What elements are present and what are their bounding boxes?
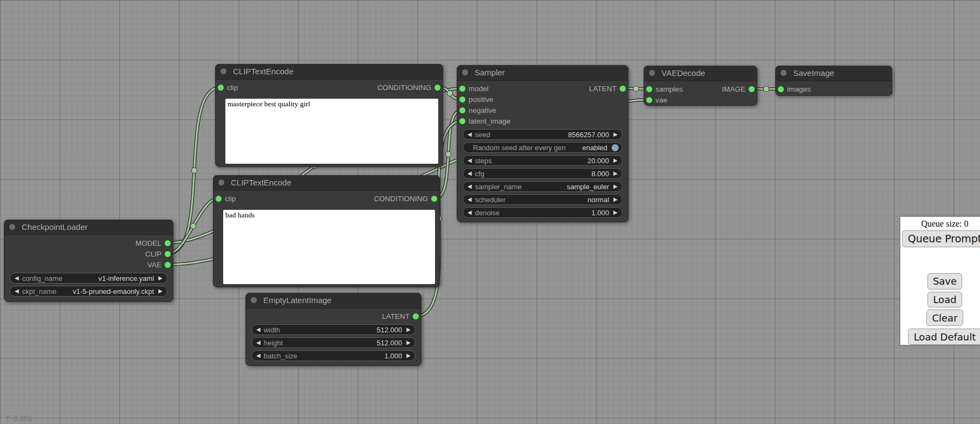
increment-arrow-icon[interactable]: ▶ (406, 324, 411, 335)
output-slot-conditioning: CONDITIONING (329, 82, 443, 93)
output-port-icon[interactable] (620, 86, 626, 92)
collapse-dot-icon[interactable] (220, 68, 226, 74)
node-checkpoint-loader[interactable]: CheckpointLoaderMODELCLIPVAE◀config_name… (4, 220, 173, 302)
node-titlebar[interactable]: SaveImage (775, 66, 892, 81)
toggle-indicator-icon[interactable] (612, 144, 619, 151)
link-midpoint-dot[interactable] (763, 86, 769, 92)
prompt-textarea[interactable]: bad hands (223, 210, 435, 284)
load-button[interactable]: Load (927, 292, 962, 308)
output-slot-label: MODEL (135, 239, 161, 247)
increment-arrow-icon[interactable]: ▶ (158, 286, 163, 297)
widget-value: 512.000 (377, 339, 402, 347)
decrement-arrow-icon[interactable]: ◀ (15, 286, 19, 297)
link-midpoint-dot[interactable] (633, 86, 639, 91)
increment-arrow-icon[interactable]: ▶ (613, 194, 618, 205)
number-widget-denoise[interactable]: ◀denoise1.000▶ (463, 207, 622, 218)
decrement-arrow-icon[interactable]: ◀ (468, 168, 472, 179)
toggle-widget-random-seed-after-every-gen[interactable]: Random seed after every genenabled (463, 142, 622, 153)
increment-arrow-icon[interactable]: ▶ (613, 155, 618, 166)
widget-label: cfg (475, 170, 484, 178)
link-midpoint-dot[interactable] (445, 151, 451, 157)
increment-arrow-icon[interactable]: ▶ (613, 168, 618, 179)
clear-button[interactable]: Clear (926, 310, 963, 326)
decrement-arrow-icon[interactable]: ◀ (256, 324, 261, 335)
node-titlebar[interactable]: CLIPTextEncode (215, 64, 443, 80)
load-default-button[interactable]: Load Default (908, 329, 980, 345)
node-save-image[interactable]: SaveImageimages (775, 66, 892, 96)
node-titlebar[interactable]: Sampler (457, 65, 628, 81)
increment-arrow-icon[interactable]: ▶ (613, 207, 618, 218)
increment-arrow-icon[interactable]: ▶ (158, 273, 163, 284)
number-widget-cfg[interactable]: ◀cfg8.000▶ (463, 168, 622, 179)
decrement-arrow-icon[interactable]: ◀ (468, 181, 472, 192)
node-titlebar[interactable]: EmptyLatentImage (245, 293, 421, 309)
queue-size-label: Queue size: 0 (921, 219, 968, 229)
input-port-icon[interactable] (646, 86, 652, 92)
output-port-icon[interactable] (165, 240, 171, 246)
output-slot-conditioning: CONDITIONING (327, 194, 440, 204)
combo-widget-scheduler[interactable]: ◀schedulernormal▶ (463, 194, 622, 205)
node-titlebar[interactable]: CheckpointLoader (4, 220, 173, 235)
node-sampler[interactable]: Samplermodelpositivenegativelatent_image… (457, 65, 628, 222)
input-port-icon[interactable] (459, 118, 465, 124)
increment-arrow-icon[interactable]: ▶ (613, 129, 618, 140)
node-titlebar[interactable]: CLIPTextEncode (213, 175, 440, 191)
collapse-dot-icon[interactable] (251, 297, 257, 303)
input-port-icon[interactable] (646, 97, 652, 103)
collapse-dot-icon[interactable] (9, 224, 15, 230)
output-port-icon[interactable] (431, 196, 437, 202)
collapse-dot-icon[interactable] (649, 70, 655, 76)
decrement-arrow-icon[interactable]: ◀ (468, 194, 472, 205)
increment-arrow-icon[interactable]: ▶ (613, 181, 618, 192)
output-port-icon[interactable] (165, 262, 171, 268)
node-clip-text-encode-negative[interactable]: CLIPTextEncodeclipCONDITIONINGbad hands (213, 175, 440, 287)
combo-widget-ckpt_name[interactable]: ◀ckpt_namev1-5-pruned-emaonly.ckpt▶ (10, 286, 167, 297)
collapse-dot-icon[interactable] (781, 70, 787, 76)
number-widget-seed[interactable]: ◀seed8566257.000▶ (463, 129, 622, 140)
widget-value: 512.000 (377, 326, 402, 334)
input-port-icon[interactable] (459, 86, 465, 92)
link-midpoint-dot[interactable] (191, 168, 197, 173)
node-graph-canvas[interactable]: CLIPTextEncodeclipCONDITIONINGmasterpiec… (0, 0, 980, 424)
output-port-icon[interactable] (434, 85, 440, 91)
widget-value: sample_euler (567, 183, 609, 191)
widget-value: v1-inference.yaml (99, 274, 154, 282)
input-port-icon[interactable] (778, 86, 784, 92)
combo-widget-config_name[interactable]: ◀config_namev1-inference.yaml▶ (10, 273, 167, 284)
output-port-icon[interactable] (749, 86, 755, 92)
input-port-icon[interactable] (459, 97, 465, 102)
queue-prompt-button[interactable]: Queue Prompt (902, 230, 980, 247)
output-port-icon[interactable] (165, 251, 171, 257)
combo-widget-sampler_name[interactable]: ◀sampler_namesample_euler▶ (463, 181, 622, 192)
number-widget-width[interactable]: ◀width512.000▶ (251, 324, 416, 335)
collapse-dot-icon[interactable] (218, 179, 224, 185)
input-slot-label: model (469, 85, 489, 93)
increment-arrow-icon[interactable]: ▶ (406, 350, 411, 361)
input-port-icon[interactable] (216, 196, 222, 202)
decrement-arrow-icon[interactable]: ◀ (468, 155, 472, 166)
node-vae-decode[interactable]: VAEDecodesamplesvaeIMAGE (644, 66, 757, 106)
collapse-dot-icon[interactable] (462, 69, 468, 75)
decrement-arrow-icon[interactable]: ◀ (256, 337, 261, 348)
increment-arrow-icon[interactable]: ▶ (406, 337, 411, 348)
input-port-icon[interactable] (459, 107, 465, 113)
number-widget-batch_size[interactable]: ◀batch_size1.000▶ (251, 350, 416, 361)
link-midpoint-dot[interactable] (190, 223, 196, 229)
input-slot-label: samples (656, 85, 683, 93)
save-button[interactable]: Save (927, 273, 962, 290)
decrement-arrow-icon[interactable]: ◀ (468, 129, 472, 140)
input-port-icon[interactable] (218, 85, 224, 91)
node-empty-latent-image[interactable]: EmptyLatentImageLATENT◀width512.000▶◀hei… (245, 293, 421, 366)
node-titlebar[interactable]: VAEDecode (644, 66, 757, 81)
output-port-icon[interactable] (413, 313, 419, 319)
decrement-arrow-icon[interactable]: ◀ (468, 207, 472, 218)
decrement-arrow-icon[interactable]: ◀ (256, 350, 261, 361)
number-widget-height[interactable]: ◀height512.000▶ (251, 337, 416, 348)
decrement-arrow-icon[interactable]: ◀ (15, 273, 19, 284)
prompt-textarea[interactable]: masterpiece best quality girl (225, 99, 438, 164)
comfy-menu-panel: Queue size: 0 Queue Prompt Save Load Cle… (900, 217, 980, 345)
number-widget-steps[interactable]: ◀steps20.000▶ (463, 155, 622, 166)
node-clip-text-encode-positive[interactable]: CLIPTextEncodeclipCONDITIONINGmasterpiec… (215, 64, 443, 167)
output-slot-label: LATENT (589, 85, 616, 93)
link-midpoint-dot[interactable] (447, 91, 452, 96)
